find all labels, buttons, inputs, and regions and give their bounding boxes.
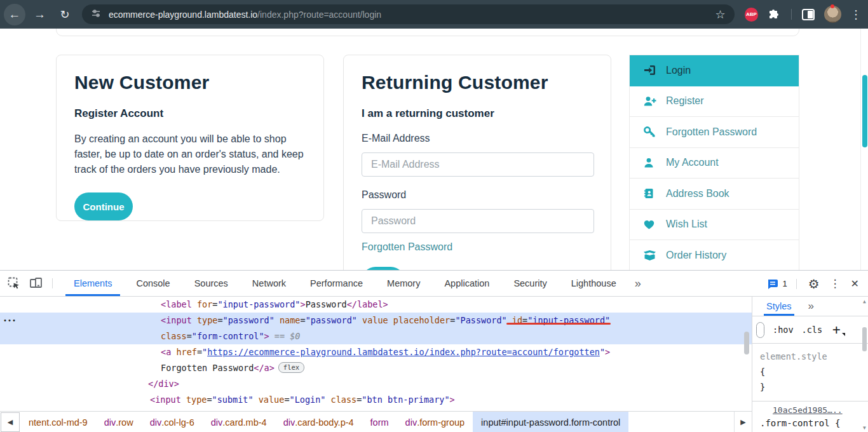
devtools-tabbar: ElementsConsoleSourcesNetworkPerformance… bbox=[0, 271, 868, 297]
scroll-up-icon[interactable]: ▲ bbox=[862, 299, 867, 304]
site-settings-icon[interactable] bbox=[91, 8, 101, 21]
sidebar-item-order-history[interactable]: Order History bbox=[630, 240, 799, 270]
dom-node-line[interactable]: <label for="input-password">Password</la… bbox=[0, 297, 752, 313]
forward-icon[interactable]: → bbox=[29, 4, 51, 25]
code-token-tag: </div> bbox=[148, 379, 179, 389]
tabbar-separator-2 bbox=[796, 279, 797, 289]
forgotten-password-link[interactable]: Forgotten Password bbox=[362, 241, 452, 253]
node-menu-dots-icon[interactable]: ••• bbox=[3, 313, 17, 328]
scroll-down-icon[interactable]: ▼ bbox=[862, 425, 867, 431]
inspect-element-icon[interactable] bbox=[8, 277, 20, 290]
sidebar-item-register[interactable]: Register bbox=[630, 86, 799, 118]
profile-avatar[interactable] bbox=[824, 6, 841, 23]
tab-elements[interactable]: Elements bbox=[62, 271, 124, 296]
sidebar-item-login[interactable]: Login bbox=[630, 55, 799, 86]
page-scrollbar-thumb[interactable] bbox=[862, 75, 867, 147]
reload-icon[interactable]: ↻ bbox=[54, 4, 76, 25]
styles-more-tabs-icon[interactable]: » bbox=[808, 300, 814, 313]
styles-filter-input[interactable] bbox=[756, 322, 764, 338]
devtools-panel: ElementsConsoleSourcesNetworkPerformance… bbox=[0, 270, 868, 432]
code-token-tag: <input bbox=[161, 315, 192, 325]
devtools-menu-icon[interactable]: ⋮ bbox=[830, 277, 841, 290]
selected-dom-node-line[interactable]: class="form-control"> == $0 bbox=[0, 328, 752, 344]
sidebar-item-wish-list[interactable]: Wish List bbox=[630, 210, 799, 241]
breadcrumb-item[interactable]: form bbox=[362, 412, 397, 432]
more-tabs-icon[interactable]: » bbox=[628, 277, 648, 290]
bookmark-star-icon[interactable]: ☆ bbox=[715, 8, 725, 22]
breadcrumb-item[interactable]: div.card-body.p-4 bbox=[275, 412, 362, 432]
breadcrumb-scroll-left-icon[interactable]: ◀ bbox=[1, 412, 20, 432]
tab-network[interactable]: Network bbox=[240, 271, 298, 296]
stylesheet-source-link[interactable]: 10ac5ed1985….. bbox=[773, 405, 863, 415]
breadcrumb-part: .form-group bbox=[417, 417, 465, 428]
breadcrumb-item[interactable]: div.form-group bbox=[397, 412, 473, 432]
breadcrumb-item-selected[interactable]: input#input-password.form-control bbox=[473, 412, 628, 432]
devtools-close-icon[interactable]: ✕ bbox=[851, 278, 859, 290]
issues-count[interactable]: 1 bbox=[782, 279, 787, 288]
flex-badge[interactable]: flex bbox=[278, 362, 304, 373]
browser-menu-icon[interactable]: ⋮ bbox=[850, 8, 862, 22]
tab-console[interactable]: Console bbox=[124, 271, 182, 296]
elements-tree: <label for="input-password">Password</la… bbox=[0, 297, 752, 411]
email-field[interactable] bbox=[362, 152, 594, 177]
url-text[interactable]: ecommerce-playground.lambdatest.io/index… bbox=[109, 10, 710, 20]
sidebar-item-my-account[interactable]: My Account bbox=[630, 148, 799, 179]
code-token-plain: = bbox=[187, 331, 192, 341]
tab-security[interactable]: Security bbox=[501, 271, 559, 296]
device-toolbar-icon[interactable] bbox=[29, 277, 43, 290]
breadcrumb-item[interactable]: ntent.col-md-9 bbox=[20, 412, 96, 432]
breadcrumb-scroll-right-icon[interactable]: ▶ bbox=[734, 412, 752, 432]
page-scrollbar[interactable] bbox=[860, 29, 868, 270]
tab-performance[interactable]: Performance bbox=[298, 271, 375, 296]
elements-scrollbar-thumb[interactable] bbox=[744, 332, 749, 354]
code-token-attr: name bbox=[275, 315, 301, 325]
code-token-attr: placeholder bbox=[388, 315, 451, 325]
adblock-extension-icon[interactable]: ABP bbox=[745, 8, 759, 22]
toggle-class-button[interactable]: .cls bbox=[802, 325, 823, 335]
sidebar-item-address-book[interactable]: Address Book bbox=[630, 179, 799, 210]
tab-memory[interactable]: Memory bbox=[375, 271, 432, 296]
tab-styles[interactable]: Styles bbox=[766, 297, 792, 316]
tab-sources[interactable]: Sources bbox=[182, 271, 240, 296]
code-token-val: "password" bbox=[306, 315, 357, 325]
dom-node-line[interactable]: Forgotten Password</a>flex bbox=[0, 360, 752, 376]
password-field[interactable] bbox=[362, 209, 594, 233]
tab-lighthouse[interactable]: Lighthouse bbox=[559, 271, 628, 296]
code-token-plain: = bbox=[207, 395, 212, 405]
code-token-attr: type bbox=[181, 395, 207, 405]
breadcrumb-item[interactable]: div.card.mb-4 bbox=[203, 412, 275, 432]
dom-node-line[interactable]: <a href="https://ecommerce-playground.la… bbox=[0, 344, 752, 360]
element-style-rule[interactable]: element.style { } bbox=[752, 344, 868, 402]
elements-scrollbar[interactable] bbox=[743, 297, 750, 411]
issues-icon[interactable] bbox=[767, 279, 778, 289]
selected-dom-node-line[interactable]: •••<input type="password" name="password… bbox=[0, 313, 752, 328]
styles-scrollbar[interactable]: ▲ ▼ bbox=[862, 297, 867, 432]
continue-button[interactable]: Continue bbox=[74, 192, 133, 220]
address-bar[interactable]: ecommerce-playground.lambdatest.io/index… bbox=[82, 4, 735, 24]
tab-application[interactable]: Application bbox=[432, 271, 501, 296]
sidebar-item-label: Order History bbox=[666, 250, 726, 261]
breadcrumb-part: form bbox=[370, 417, 389, 428]
breadcrumb-item[interactable]: div.col-lg-6 bbox=[142, 412, 203, 432]
devtools-settings-icon[interactable]: ⚙ bbox=[808, 276, 820, 292]
new-style-rule-button[interactable]: + bbox=[832, 322, 841, 337]
back-icon[interactable]: ← bbox=[4, 4, 25, 25]
breadcrumb-part: ntent.col-md-9 bbox=[29, 417, 88, 428]
styles-toolbar: :hov .cls + bbox=[752, 316, 868, 344]
breadcrumb-part: div bbox=[150, 417, 162, 428]
form-control-rule-selector[interactable]: .form-control { bbox=[760, 418, 868, 428]
password-label: Password bbox=[362, 189, 593, 201]
sidebar-item-forgotten-password[interactable]: Forgotten Password bbox=[630, 117, 799, 148]
breadcrumb-part: div bbox=[405, 417, 417, 428]
new-customer-card: New Customer Register Account By creatin… bbox=[56, 55, 324, 221]
styles-scrollbar-thumb[interactable] bbox=[862, 327, 867, 351]
breadcrumb-part: div bbox=[211, 417, 223, 428]
code-token-tag: > bbox=[450, 395, 455, 405]
dom-node-line[interactable]: </div> bbox=[0, 376, 752, 392]
new-customer-text: By creating an account you will be able … bbox=[74, 132, 306, 177]
extensions-puzzle-icon[interactable] bbox=[768, 8, 781, 21]
side-panel-icon[interactable] bbox=[802, 9, 815, 20]
toggle-hover-button[interactable]: :hov bbox=[773, 325, 794, 335]
breadcrumb-item[interactable]: div.row bbox=[96, 412, 142, 432]
dom-node-line[interactable]: <input type="submit" value="Login" class… bbox=[0, 392, 752, 408]
